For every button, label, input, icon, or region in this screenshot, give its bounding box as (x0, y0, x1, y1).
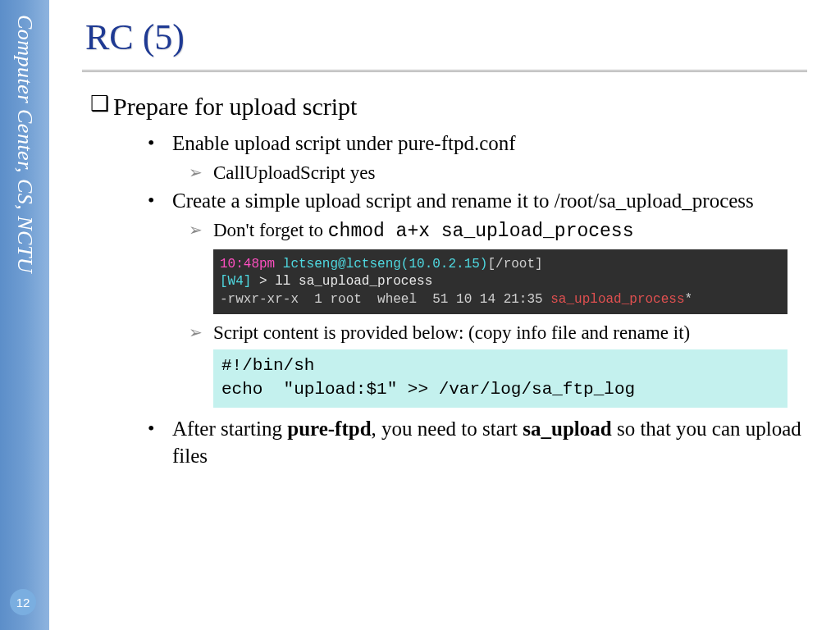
slide: Computer Center, CS, NCTU 12 RC (5) Prep… (0, 0, 840, 630)
terminal-prompt-right: > (251, 274, 275, 289)
arrow-bullet-icon (189, 161, 213, 185)
title-divider (82, 70, 807, 72)
terminal-file: sa_upload_process (550, 292, 684, 307)
arrow-bullet-icon (189, 218, 213, 244)
bullet-l2-after: • After starting pure-ftpd, you need to … (148, 416, 807, 469)
bullet-l3-chmod: Don't forget to chmod a+x sa_upload_proc… (189, 218, 807, 244)
text-fragment: , you need to start (372, 418, 523, 440)
dot-bullet-icon: • (148, 416, 172, 469)
terminal-userhost: lctseng@lctseng(10.0.2.15) (283, 257, 488, 272)
bullet-l3-script-below: Script content is provided below: (copy … (189, 321, 807, 345)
text-fragment: Don't forget to (213, 220, 328, 240)
terminal-cmd: ll sa_upload_process (275, 274, 432, 289)
dot-bullet-icon: • (148, 188, 172, 215)
slide-title: RC (5) (85, 16, 807, 58)
bullet-text: Create a simple upload script and rename… (172, 188, 754, 215)
dot-bullet-icon: • (148, 130, 172, 158)
sidebar-label: Computer Center, CS, NCTU (12, 15, 37, 273)
slide-body: Prepare for upload script • Enable uploa… (82, 90, 807, 469)
page-number-badge: 12 (10, 589, 36, 615)
terminal-cwd: [/root] (487, 257, 542, 272)
bullet-text: Don't forget to chmod a+x sa_upload_proc… (213, 218, 633, 244)
slide-content: RC (5) Prepare for upload script • Enabl… (49, 0, 840, 630)
terminal-time: 10:48pm (220, 257, 283, 272)
bold-fragment: pure-ftpd (287, 418, 371, 440)
sidebar: Computer Center, CS, NCTU (0, 0, 49, 630)
bullet-text: CallUploadScript yes (213, 161, 375, 185)
bullet-l2-enable: • Enable upload script under pure-ftpd.c… (148, 130, 807, 158)
square-bullet-icon (90, 90, 113, 122)
arrow-bullet-icon (189, 321, 213, 345)
bold-fragment: sa_upload (523, 418, 611, 440)
terminal-star: * (685, 292, 693, 307)
bullet-text: Script content is provided below: (copy … (213, 321, 690, 345)
script-content-box: #!/bin/sh echo "upload:$1" >> /var/log/s… (213, 349, 788, 408)
bullet-text: After starting pure-ftpd, you need to st… (172, 416, 807, 469)
terminal-output: 10:48pm lctseng@lctseng(10.0.2.15)[/root… (213, 249, 788, 314)
terminal-perms: -rwxr-xr-x 1 root wheel 51 10 14 21:35 (220, 292, 550, 307)
bullet-l1-prepare: Prepare for upload script (90, 90, 807, 122)
text-fragment: After starting (172, 418, 287, 440)
bullet-text: Enable upload script under pure-ftpd.con… (172, 130, 516, 158)
bullet-l2-create: • Create a simple upload script and rena… (148, 188, 807, 215)
bullet-text: Prepare for upload script (113, 90, 357, 122)
bullet-l3-callupload: CallUploadScript yes (189, 161, 807, 185)
code-fragment: chmod a+x sa_upload_process (328, 221, 634, 242)
terminal-prompt-left: [W4] (220, 274, 251, 289)
